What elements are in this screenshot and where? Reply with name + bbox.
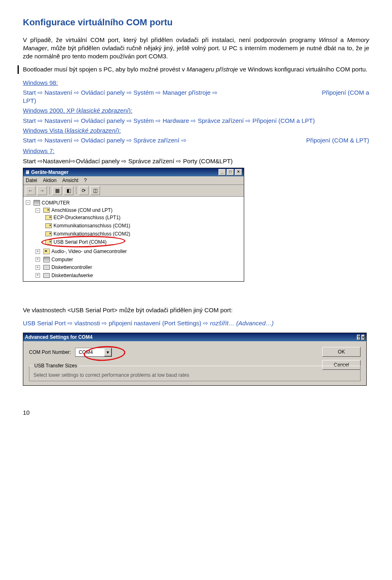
callout-text: Bootloader musí být spojen s PC, aby byl… [23, 65, 369, 73]
tree-label: Computer [51, 256, 73, 263]
window-title: Advanced Settings for COM4 [25, 334, 92, 340]
nav-path: Start ⇨ Nastavení ⇨ Ovládací panely ⇨ Sy… [23, 117, 369, 125]
tree-node[interactable]: +Audio-, Video- und Gamecontroller [36, 248, 127, 255]
advanced-settings-window: Advanced Settings for COM4 ? × COM Port … [23, 333, 367, 386]
expand-icon[interactable]: + [36, 249, 40, 254]
tree-label: USB Serial Port (COM4) [53, 239, 107, 245]
tree-node[interactable]: +Computer [36, 256, 73, 263]
window-title: 🖥 Geräte-Manager [25, 169, 69, 176]
toolbar-back-button[interactable]: ← [26, 186, 36, 195]
toolbar-forward-button[interactable]: → [37, 186, 47, 195]
os-label: Windows 7: [23, 147, 55, 154]
navigation-block: Windows 98: Start ⇨ Nastavení ⇨ Ovládací… [23, 79, 369, 165]
expand-icon[interactable]: + [36, 257, 40, 262]
close-button[interactable]: × [235, 169, 242, 176]
port-icon [45, 231, 52, 236]
text: , může být přidělen ovladači ručně nějak… [23, 44, 369, 60]
text: ve Windows konfiguraci virtuálního COM p… [238, 66, 368, 73]
text: V případě, že virtuální COM port, který … [23, 36, 319, 43]
maximize-button[interactable]: □ [227, 169, 234, 176]
nav-path: Start ⇨ Nastavení ⇨ Ovládací panely ⇨ Sy… [23, 89, 218, 97]
menu-item[interactable]: Ansicht [62, 177, 78, 184]
text-italic: Winsol [319, 36, 337, 43]
tree-label: ECP-Druckeranschluss (LPT1) [53, 214, 120, 221]
collapse-icon[interactable]: − [26, 200, 30, 205]
tree-node[interactable]: +Diskettencontroller [36, 264, 92, 271]
separator [76, 187, 76, 194]
os-label: Windows 2000, XP (klasické zobrazení): [23, 107, 132, 114]
expand-icon[interactable]: + [36, 265, 40, 270]
port-icon [43, 208, 50, 213]
tree-label: Anschlüsse (COM und LPT) [51, 207, 112, 213]
tree-label: Audio-, Video- und Gamecontroller [51, 248, 127, 255]
computer-icon [43, 257, 50, 262]
note-line2: USB Serial Port ⇨ vlastnosti ⇨ připojení… [23, 319, 369, 327]
chevron-down-icon[interactable]: ▾ [104, 348, 111, 356]
sound-icon [43, 249, 50, 254]
port-icon [45, 215, 52, 220]
groupbox-usb-transfer: USB Transfer Sizes Select lower settings… [29, 366, 361, 381]
tree-label: Diskettencontroller [51, 264, 92, 271]
nav-path: Start ⇨ Nastavení ⇨ Ovládací panely ⇨ Sp… [23, 136, 187, 144]
window-titlebar[interactable]: Advanced Settings for COM4 ? × [23, 333, 366, 341]
tree-label: Kommunikationsanschluss (COM1) [53, 222, 130, 229]
os-label: Windows Vista (klasické zobrazení): [23, 127, 121, 134]
text: USB Serial Port ⇨ vlastnosti ⇨ připojení… [23, 320, 210, 327]
hint-text: Select lower settings to correct perform… [33, 372, 356, 378]
tree-leaf[interactable]: Kommunikationsanschluss (COM1) [45, 222, 130, 229]
port-icon [45, 240, 52, 244]
toolbar-button[interactable]: ▦ [52, 186, 62, 195]
tree-node-ports[interactable]: − Anschlüsse (COM und LPT) [36, 207, 112, 213]
device-manager-window: 🖥 Geräte-Manager _ □ × Datei Aktion Ansi… [23, 168, 244, 282]
menu-item[interactable]: ? [84, 177, 87, 184]
nav-path-cont: LPT) [23, 97, 36, 104]
tree-leaf-highlighted[interactable]: USB Serial Port (COM4) [45, 239, 107, 245]
tree-leaf[interactable]: Kommunikationsanschluss (COM2) [45, 231, 130, 237]
app-icon: 🖥 [25, 169, 30, 175]
computer-icon [33, 200, 40, 206]
tree-label: Kommunikationsanschluss (COM2) [53, 231, 130, 237]
nav-path: Start ⇨Nastavení⇨Ovládací panely ⇨ Správ… [23, 157, 369, 165]
field-label: COM Port Number: [29, 349, 71, 356]
page-number: 10 [23, 409, 369, 417]
text-italic: rozšířit… (Advanced…) [210, 320, 274, 327]
com-port-combo[interactable]: COM4 ▾ [75, 348, 112, 357]
text: Bootloader musí být spojen s PC, aby byl… [23, 66, 187, 73]
combo-value: COM4 [76, 349, 104, 356]
ok-button[interactable]: OK [322, 347, 361, 357]
expand-icon[interactable]: + [36, 273, 40, 278]
os-label: Windows 98: [23, 79, 58, 86]
page-title: Konfigurace virtuálního COM portu [23, 16, 369, 29]
tree-leaf[interactable]: ECP-Druckeranschluss (LPT1) [45, 214, 120, 221]
collapse-icon[interactable]: − [36, 208, 40, 213]
window-titlebar[interactable]: 🖥 Geräte-Manager _ □ × [23, 168, 244, 176]
title-text: Geräte-Manager [31, 169, 68, 175]
note-line1: Ve vlastnostech <USB Serial Port> může b… [23, 306, 369, 314]
tree-root[interactable]: − COMPUTER [26, 200, 70, 206]
toolbar-button[interactable]: ◫ [90, 186, 100, 195]
intro-paragraph: V případě, že virtuální COM port, který … [23, 36, 369, 61]
drive-icon [43, 273, 50, 278]
toolbar: ← → ▦ ◧ ⟳ ◫ [23, 185, 244, 197]
nav-right: Připojení (COM & LPT) [296, 136, 369, 144]
text: a [337, 36, 347, 43]
tree-area: − COMPUTER − Anschlüsse (COM und LPT) EC… [23, 197, 244, 281]
minimize-button[interactable]: _ [218, 169, 226, 176]
separator [49, 187, 50, 194]
groupbox-legend: USB Transfer Sizes [33, 362, 79, 369]
text-italic: Manageru přístroje [187, 66, 238, 73]
callout-bar: Bootloader musí být spojen s PC, aby byl… [18, 65, 369, 73]
controller-icon [43, 265, 50, 270]
close-button[interactable]: × [361, 335, 365, 340]
nav-right: Připojení (COM a [312, 89, 369, 97]
tree-node[interactable]: +Diskettenlaufwerke [36, 272, 93, 279]
menu-item[interactable]: Datei [26, 177, 37, 184]
help-button[interactable]: ? [357, 335, 360, 340]
tree-label: COMPUTER [42, 200, 70, 206]
menubar: Datei Aktion Ansicht ? [23, 176, 244, 185]
port-icon [45, 223, 52, 228]
toolbar-refresh-button[interactable]: ⟳ [79, 186, 89, 195]
toolbar-button[interactable]: ◧ [64, 186, 74, 195]
menu-item[interactable]: Aktion [43, 177, 56, 184]
tree-label: Diskettenlaufwerke [51, 272, 93, 279]
